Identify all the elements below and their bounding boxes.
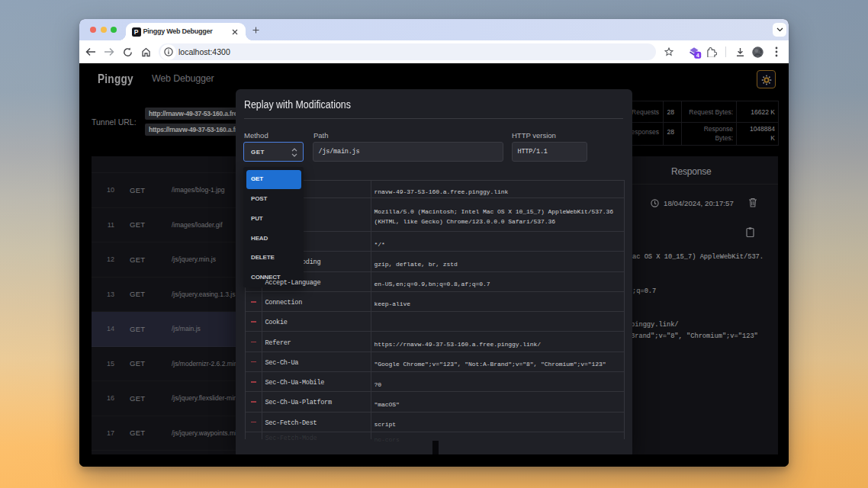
svg-text:4: 4 [696, 52, 699, 57]
